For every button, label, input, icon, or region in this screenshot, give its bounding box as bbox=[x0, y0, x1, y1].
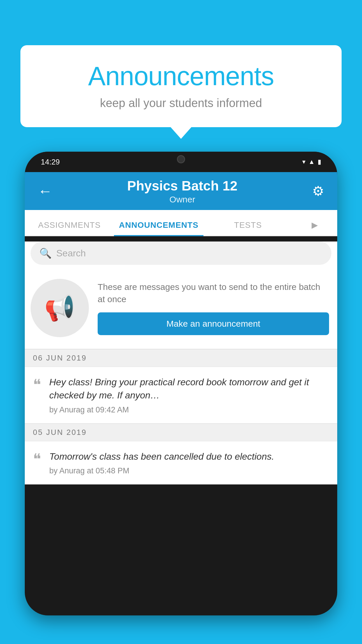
status-time: 14:29 bbox=[41, 158, 60, 167]
status-icons: ▾ ▲ ▮ bbox=[302, 158, 321, 166]
tab-more[interactable]: ▶ bbox=[293, 220, 337, 236]
announcement-text-1: Hey class! Bring your practical record b… bbox=[49, 376, 329, 414]
settings-icon[interactable]: ⚙ bbox=[312, 183, 324, 199]
wifi-icon: ▾ bbox=[302, 158, 305, 166]
promo-description: These are messages you want to send to t… bbox=[98, 281, 329, 305]
app-header: ← Physics Batch 12 Owner ⚙ bbox=[25, 172, 337, 210]
back-button[interactable]: ← bbox=[38, 183, 52, 200]
bubble-subtitle: keep all your students informed bbox=[38, 97, 324, 110]
announcement-message-2: Tomorrow's class has been cancelled due … bbox=[49, 450, 329, 463]
announcement-text-2: Tomorrow's class has been cancelled due … bbox=[49, 450, 329, 476]
search-bar[interactable]: 🔍 Search bbox=[31, 242, 331, 265]
announcement-message-1: Hey class! Bring your practical record b… bbox=[49, 376, 329, 402]
megaphone-icon: 📢 bbox=[44, 293, 75, 323]
tab-assignments[interactable]: ASSIGNMENTS bbox=[25, 220, 114, 236]
phone-frame: 14:29 ▾ ▲ ▮ ← Physics Batch 12 Owner ⚙ A… bbox=[25, 152, 337, 615]
speech-bubble: Announcements keep all your students inf… bbox=[20, 45, 342, 127]
date-separator-1: 06 JUN 2019 bbox=[25, 349, 337, 367]
search-placeholder: Search bbox=[56, 248, 86, 259]
announcement-meta-1: by Anurag at 09:42 AM bbox=[49, 405, 329, 414]
date-separator-2: 05 JUN 2019 bbox=[25, 424, 337, 441]
promo-icon-circle: 📢 bbox=[31, 279, 89, 337]
header-title: Physics Batch 12 bbox=[127, 178, 237, 194]
announcement-item-2[interactable]: ❝ Tomorrow's class has been cancelled du… bbox=[25, 441, 337, 485]
quote-icon-1: ❝ bbox=[33, 377, 41, 392]
header-center: Physics Batch 12 Owner bbox=[127, 178, 237, 204]
header-subtitle: Owner bbox=[127, 195, 237, 204]
announcement-meta-2: by Anurag at 05:48 PM bbox=[49, 466, 329, 475]
bubble-title: Announcements bbox=[38, 61, 324, 91]
announcement-item-1[interactable]: ❝ Hey class! Bring your practical record… bbox=[25, 367, 337, 424]
tabs-bar: ASSIGNMENTS ANNOUNCEMENTS TESTS ▶ bbox=[25, 210, 337, 236]
front-camera bbox=[177, 155, 185, 163]
tab-tests[interactable]: TESTS bbox=[203, 220, 293, 236]
phone-notch bbox=[155, 152, 207, 168]
phone-wrapper: 14:29 ▾ ▲ ▮ ← Physics Batch 12 Owner ⚙ A… bbox=[25, 152, 337, 644]
signal-icon: ▲ bbox=[308, 158, 315, 166]
tab-announcements[interactable]: ANNOUNCEMENTS bbox=[114, 220, 203, 236]
make-announcement-button[interactable]: Make an announcement bbox=[98, 312, 329, 335]
speech-bubble-wrapper: Announcements keep all your students inf… bbox=[20, 45, 342, 127]
phone-screen: 🔍 Search 📢 These are messages you want t… bbox=[25, 242, 337, 484]
battery-icon: ▮ bbox=[318, 158, 321, 166]
promo-card: 📢 These are messages you want to send to… bbox=[25, 270, 337, 349]
quote-icon-2: ❝ bbox=[33, 452, 41, 467]
search-icon: 🔍 bbox=[39, 247, 52, 259]
promo-text-section: These are messages you want to send to t… bbox=[98, 281, 329, 335]
